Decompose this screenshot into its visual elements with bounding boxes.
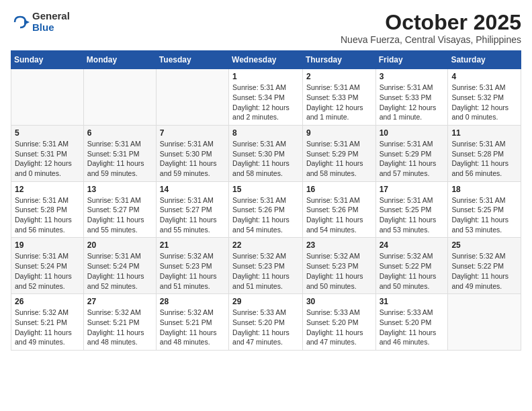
logo-general-text: General xyxy=(32,11,70,22)
calendar-cell: 8Sunrise: 5:31 AMSunset: 5:30 PMDaylight… xyxy=(229,125,303,181)
location-text: Nueva Fuerza, Central Visayas, Philippin… xyxy=(341,34,521,45)
cell-content: Sunrise: 5:31 AMSunset: 5:30 PMDaylight:… xyxy=(232,139,299,179)
cell-content: Sunrise: 5:31 AMSunset: 5:27 PMDaylight:… xyxy=(160,195,225,235)
day-number: 9 xyxy=(306,128,372,138)
cell-content: Sunrise: 5:32 AMSunset: 5:21 PMDaylight:… xyxy=(160,308,225,347)
cell-content: Sunrise: 5:32 AMSunset: 5:23 PMDaylight:… xyxy=(160,251,225,291)
day-number: 5 xyxy=(15,128,80,138)
day-number: 13 xyxy=(87,185,152,194)
day-number: 7 xyxy=(160,128,225,138)
calendar-cell: 17Sunrise: 5:31 AMSunset: 5:25 PMDayligh… xyxy=(375,181,448,238)
calendar-cell: 31Sunrise: 5:33 AMSunset: 5:20 PMDayligh… xyxy=(375,294,448,351)
calendar-cell: 9Sunrise: 5:31 AMSunset: 5:29 PMDaylight… xyxy=(302,125,375,181)
calendar-cell: 19Sunrise: 5:31 AMSunset: 5:24 PMDayligh… xyxy=(11,238,84,294)
calendar-cell: 21Sunrise: 5:32 AMSunset: 5:23 PMDayligh… xyxy=(156,238,228,294)
page-header: General Blue October 2025 Nueva Fuerza, … xyxy=(11,11,521,45)
day-number: 31 xyxy=(380,297,445,306)
day-number: 24 xyxy=(380,240,445,250)
month-title: October 2025 xyxy=(341,11,521,34)
calendar-cell: 29Sunrise: 5:33 AMSunset: 5:20 PMDayligh… xyxy=(229,294,303,351)
day-number: 11 xyxy=(451,128,517,138)
day-header-monday: Monday xyxy=(83,51,156,69)
calendar-week-row: 12Sunrise: 5:31 AMSunset: 5:28 PMDayligh… xyxy=(11,181,521,238)
calendar-cell: 20Sunrise: 5:31 AMSunset: 5:24 PMDayligh… xyxy=(83,238,156,294)
calendar-cell: 30Sunrise: 5:33 AMSunset: 5:20 PMDayligh… xyxy=(302,294,375,351)
calendar-cell: 6Sunrise: 5:31 AMSunset: 5:31 PMDaylight… xyxy=(83,125,156,181)
day-number: 14 xyxy=(160,185,225,194)
day-number: 22 xyxy=(232,240,299,250)
cell-content: Sunrise: 5:31 AMSunset: 5:28 PMDaylight:… xyxy=(15,195,80,235)
logo-icon xyxy=(11,13,30,32)
calendar-cell: 27Sunrise: 5:32 AMSunset: 5:21 PMDayligh… xyxy=(83,294,156,351)
calendar-week-row: 26Sunrise: 5:32 AMSunset: 5:21 PMDayligh… xyxy=(11,294,521,351)
day-headers-row: SundayMondayTuesdayWednesdayThursdayFrid… xyxy=(11,51,521,69)
cell-content: Sunrise: 5:31 AMSunset: 5:32 PMDaylight:… xyxy=(451,83,517,122)
calendar-cell: 11Sunrise: 5:31 AMSunset: 5:28 PMDayligh… xyxy=(448,125,521,181)
day-number: 6 xyxy=(87,128,152,138)
calendar-cell: 5Sunrise: 5:31 AMSunset: 5:31 PMDaylight… xyxy=(11,125,84,181)
cell-content: Sunrise: 5:32 AMSunset: 5:21 PMDaylight:… xyxy=(15,308,80,347)
calendar-cell: 10Sunrise: 5:31 AMSunset: 5:29 PMDayligh… xyxy=(375,125,448,181)
day-number: 1 xyxy=(232,72,299,81)
calendar-cell: 15Sunrise: 5:31 AMSunset: 5:26 PMDayligh… xyxy=(229,181,303,238)
cell-content: Sunrise: 5:31 AMSunset: 5:28 PMDaylight:… xyxy=(451,139,517,179)
cell-content: Sunrise: 5:31 AMSunset: 5:26 PMDaylight:… xyxy=(306,195,372,235)
logo: General Blue xyxy=(11,11,70,33)
day-number: 8 xyxy=(232,128,299,138)
calendar-week-row: 5Sunrise: 5:31 AMSunset: 5:31 PMDaylight… xyxy=(11,125,521,181)
cell-content: Sunrise: 5:31 AMSunset: 5:34 PMDaylight:… xyxy=(232,83,299,122)
day-number: 26 xyxy=(15,297,80,306)
calendar-week-row: 1Sunrise: 5:31 AMSunset: 5:34 PMDaylight… xyxy=(11,69,521,126)
day-number: 16 xyxy=(306,185,372,194)
day-header-sunday: Sunday xyxy=(11,51,84,69)
calendar-cell: 4Sunrise: 5:31 AMSunset: 5:32 PMDaylight… xyxy=(448,69,521,126)
cell-content: Sunrise: 5:33 AMSunset: 5:20 PMDaylight:… xyxy=(306,308,372,347)
cell-content: Sunrise: 5:31 AMSunset: 5:29 PMDaylight:… xyxy=(380,139,445,179)
cell-content: Sunrise: 5:32 AMSunset: 5:23 PMDaylight:… xyxy=(232,251,299,291)
cell-content: Sunrise: 5:32 AMSunset: 5:23 PMDaylight:… xyxy=(306,251,372,291)
cell-content: Sunrise: 5:31 AMSunset: 5:30 PMDaylight:… xyxy=(160,139,225,179)
cell-content: Sunrise: 5:31 AMSunset: 5:24 PMDaylight:… xyxy=(87,251,152,291)
day-header-saturday: Saturday xyxy=(448,51,521,69)
calendar-cell: 16Sunrise: 5:31 AMSunset: 5:26 PMDayligh… xyxy=(302,181,375,238)
calendar-cell: 25Sunrise: 5:32 AMSunset: 5:22 PMDayligh… xyxy=(448,238,521,294)
day-header-thursday: Thursday xyxy=(302,51,375,69)
day-number: 4 xyxy=(451,72,517,81)
day-number: 20 xyxy=(87,240,152,250)
calendar-cell: 13Sunrise: 5:31 AMSunset: 5:27 PMDayligh… xyxy=(83,181,156,238)
calendar-cell: 23Sunrise: 5:32 AMSunset: 5:23 PMDayligh… xyxy=(302,238,375,294)
calendar-table: SundayMondayTuesdayWednesdayThursdayFrid… xyxy=(11,50,521,351)
day-number: 23 xyxy=(306,240,372,250)
calendar-cell: 3Sunrise: 5:31 AMSunset: 5:33 PMDaylight… xyxy=(375,69,448,126)
day-number: 29 xyxy=(232,297,299,306)
calendar-cell: 18Sunrise: 5:31 AMSunset: 5:25 PMDayligh… xyxy=(448,181,521,238)
cell-content: Sunrise: 5:33 AMSunset: 5:20 PMDaylight:… xyxy=(232,308,299,347)
cell-content: Sunrise: 5:33 AMSunset: 5:20 PMDaylight:… xyxy=(380,308,445,347)
day-number: 25 xyxy=(451,240,517,250)
day-number: 27 xyxy=(87,297,152,306)
cell-content: Sunrise: 5:32 AMSunset: 5:21 PMDaylight:… xyxy=(87,308,152,347)
calendar-cell: 14Sunrise: 5:31 AMSunset: 5:27 PMDayligh… xyxy=(156,181,228,238)
cell-content: Sunrise: 5:31 AMSunset: 5:33 PMDaylight:… xyxy=(380,83,445,122)
calendar-cell: 12Sunrise: 5:31 AMSunset: 5:28 PMDayligh… xyxy=(11,181,84,238)
logo-blue-text: Blue xyxy=(32,22,70,34)
cell-content: Sunrise: 5:31 AMSunset: 5:31 PMDaylight:… xyxy=(15,139,80,179)
calendar-week-row: 19Sunrise: 5:31 AMSunset: 5:24 PMDayligh… xyxy=(11,238,521,294)
calendar-cell: 1Sunrise: 5:31 AMSunset: 5:34 PMDaylight… xyxy=(229,69,303,126)
cell-content: Sunrise: 5:31 AMSunset: 5:24 PMDaylight:… xyxy=(15,251,80,291)
cell-content: Sunrise: 5:31 AMSunset: 5:29 PMDaylight:… xyxy=(306,139,372,179)
cell-content: Sunrise: 5:32 AMSunset: 5:22 PMDaylight:… xyxy=(380,251,445,291)
calendar-cell: 28Sunrise: 5:32 AMSunset: 5:21 PMDayligh… xyxy=(156,294,228,351)
calendar-cell xyxy=(83,69,156,126)
cell-content: Sunrise: 5:31 AMSunset: 5:31 PMDaylight:… xyxy=(87,139,152,179)
calendar-cell xyxy=(448,294,521,351)
calendar-cell xyxy=(156,69,228,126)
title-block: October 2025 Nueva Fuerza, Central Visay… xyxy=(341,11,521,45)
day-number: 12 xyxy=(15,185,80,194)
calendar-cell: 22Sunrise: 5:32 AMSunset: 5:23 PMDayligh… xyxy=(229,238,303,294)
cell-content: Sunrise: 5:31 AMSunset: 5:25 PMDaylight:… xyxy=(380,195,445,235)
cell-content: Sunrise: 5:31 AMSunset: 5:33 PMDaylight:… xyxy=(306,83,372,122)
calendar-cell: 26Sunrise: 5:32 AMSunset: 5:21 PMDayligh… xyxy=(11,294,84,351)
day-header-friday: Friday xyxy=(375,51,448,69)
calendar-cell: 2Sunrise: 5:31 AMSunset: 5:33 PMDaylight… xyxy=(302,69,375,126)
